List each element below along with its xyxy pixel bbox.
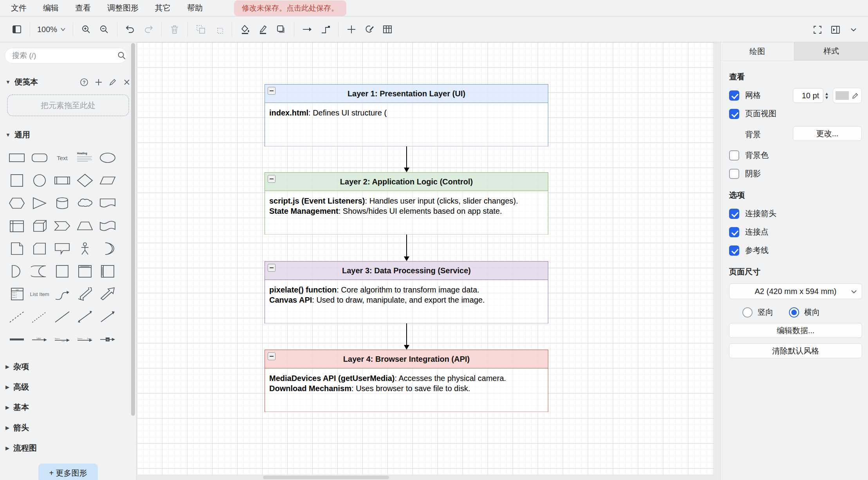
undo-button[interactable]: [121, 20, 139, 38]
shadow-button[interactable]: [272, 20, 290, 38]
shape-card[interactable]: [28, 237, 51, 260]
section-general[interactable]: ▼ 通用: [0, 130, 136, 140]
grid-size-input[interactable]: [793, 88, 823, 103]
plus-icon[interactable]: [95, 78, 103, 86]
unsaved-changes-notice[interactable]: 修改未保存。点击此处保存。: [234, 0, 346, 16]
background-change-button[interactable]: 更改...: [793, 126, 862, 141]
section-1[interactable]: ▶杂项: [0, 356, 136, 377]
shadow-checkbox[interactable]: [729, 169, 739, 179]
fill-color-button[interactable]: [236, 20, 254, 38]
shape-cylinder[interactable]: [51, 192, 74, 215]
shape-bidirectional-arrow[interactable]: [74, 283, 96, 305]
page-size-select[interactable]: A2 (420 mm x 594 mm): [729, 283, 862, 299]
shape-diamond[interactable]: [74, 169, 96, 192]
shape-cube[interactable]: [28, 215, 51, 237]
section-3[interactable]: ▶基本: [0, 397, 136, 417]
sidebar-scrollbar[interactable]: [131, 43, 135, 416]
clear-default-style-button[interactable]: 清除默认风格: [729, 343, 862, 358]
shape-curve[interactable]: [51, 283, 74, 305]
canvas-horizontal-scrollbar[interactable]: [263, 476, 389, 479]
connector-edge[interactable]: [406, 323, 407, 345]
shape-parallelogram[interactable]: [96, 169, 119, 192]
layer-box-header[interactable]: Layer 1: Presentation Layer (UI): [265, 85, 548, 103]
shape-square[interactable]: [5, 169, 28, 192]
edit-icon[interactable]: [109, 78, 117, 86]
shape-dotted-line[interactable]: [28, 305, 51, 328]
chevron-down-button[interactable]: [845, 21, 863, 39]
shape-dashed-line[interactable]: [5, 305, 28, 328]
shape-and[interactable]: [5, 260, 28, 283]
zoom-out-button[interactable]: [95, 20, 113, 38]
shape-horizontal-container[interactable]: [96, 260, 119, 283]
line-color-button[interactable]: [254, 20, 272, 38]
shape-internal-storage[interactable]: [5, 215, 28, 237]
option-checkbox-2[interactable]: [729, 227, 739, 237]
shape-text[interactable]: Text: [51, 146, 74, 169]
zoom-level-dropdown[interactable]: 100%: [34, 25, 69, 34]
layer-box-body[interactable]: script.js (Event Listeners): Handles use…: [265, 191, 548, 235]
shape-data-storage[interactable]: [28, 260, 51, 283]
shape-cloud[interactable]: [74, 192, 96, 215]
scratchpad-header[interactable]: ▼ 便笺本 ?: [0, 77, 136, 87]
shape-heading[interactable]: Heading: [74, 146, 96, 169]
shape-connector-with-label[interactable]: Label: [28, 328, 51, 351]
shape-step[interactable]: [51, 215, 74, 237]
shape-line[interactable]: [51, 305, 74, 328]
layer-box-header[interactable]: Layer 3: Data Processing (Service): [265, 262, 548, 280]
layer-box-body[interactable]: MediaDevices API (getUserMedia): Accesse…: [265, 368, 548, 412]
shape-process[interactable]: [51, 169, 74, 192]
shape-arrow[interactable]: [96, 283, 119, 305]
layer-box-1[interactable]: Layer 1: Presentation Layer (UI)index.ht…: [265, 84, 548, 146]
layer-box-header[interactable]: Layer 4: Browser Integration (API): [265, 350, 548, 368]
layer-box-2[interactable]: Layer 2: Application Logic (Control)scri…: [265, 172, 548, 235]
shape-directional-connector[interactable]: [96, 305, 119, 328]
table-button[interactable]: [378, 20, 396, 38]
menu-item-5[interactable]: 其它: [155, 3, 171, 13]
shape-ellipse[interactable]: [96, 146, 119, 169]
layer-box-3[interactable]: Layer 3: Data Processing (Service)pixela…: [265, 261, 548, 323]
connector-edge[interactable]: [406, 146, 407, 168]
collapse-minus-icon[interactable]: [268, 264, 276, 272]
section-2[interactable]: ▶高级: [0, 377, 136, 397]
fullscreen-button[interactable]: [809, 21, 827, 39]
scratchpad-dropzone[interactable]: 把元素拖至此处: [7, 94, 129, 116]
waypoint-style-button[interactable]: [316, 20, 334, 38]
help-icon[interactable]: ?: [80, 78, 88, 87]
shape-circle[interactable]: [28, 169, 51, 192]
section-4[interactable]: ▶箭头: [0, 417, 136, 438]
collapse-minus-icon[interactable]: [268, 352, 276, 360]
collapse-minus-icon[interactable]: [268, 175, 276, 183]
shape-container[interactable]: [51, 260, 74, 283]
menu-item-3[interactable]: 查看: [75, 3, 91, 13]
shape-document[interactable]: [96, 192, 119, 215]
layer-box-header[interactable]: Layer 2: Application Logic (Control): [265, 173, 548, 191]
layer-box-body[interactable]: pixelate() function: Core algorithm to t…: [265, 280, 548, 324]
menu-item-2[interactable]: 编辑: [43, 3, 59, 13]
shape-rounded-rectangle[interactable]: [28, 146, 51, 169]
shape-list[interactable]: ListItem 1Item 2Item 3: [5, 283, 28, 305]
menu-item-6[interactable]: 帮助: [187, 3, 203, 13]
shape-tape[interactable]: [96, 215, 119, 237]
layer-box-4[interactable]: Layer 4: Browser Integration (API)MediaD…: [265, 350, 548, 412]
close-icon[interactable]: [123, 78, 131, 86]
menu-item-4[interactable]: 调整图形: [107, 3, 139, 13]
stepper-down-icon[interactable]: ▼: [825, 96, 829, 99]
option-checkbox-3[interactable]: [729, 245, 739, 256]
shape-connector-with-symbol[interactable]: %: [96, 328, 119, 351]
option-checkbox-1[interactable]: [729, 209, 739, 219]
shape-vertical-container[interactable]: [74, 260, 96, 283]
shape-hexagon[interactable]: [5, 192, 28, 215]
grid-checkbox[interactable]: [729, 90, 739, 101]
format-panel-toggle-button[interactable]: [827, 21, 845, 39]
shape-actor[interactable]: [74, 237, 96, 260]
tab-style[interactable]: 样式: [794, 42, 868, 60]
diagram-page[interactable]: Layer 1: Presentation Layer (UI)index.ht…: [137, 42, 714, 475]
connection-arrow-button[interactable]: [298, 20, 316, 38]
tab-diagram[interactable]: 绘图: [720, 42, 794, 60]
insert-plus-button[interactable]: [342, 20, 360, 38]
sidebar-toggle-button[interactable]: [8, 20, 26, 38]
shape-callout[interactable]: [51, 237, 74, 260]
shape-connector-with-source-label[interactable]: SourceLabel: [51, 328, 74, 351]
shape-link[interactable]: [5, 328, 28, 351]
shape-connector-with-source-target-labels[interactable]: SourceTarget: [74, 328, 96, 351]
